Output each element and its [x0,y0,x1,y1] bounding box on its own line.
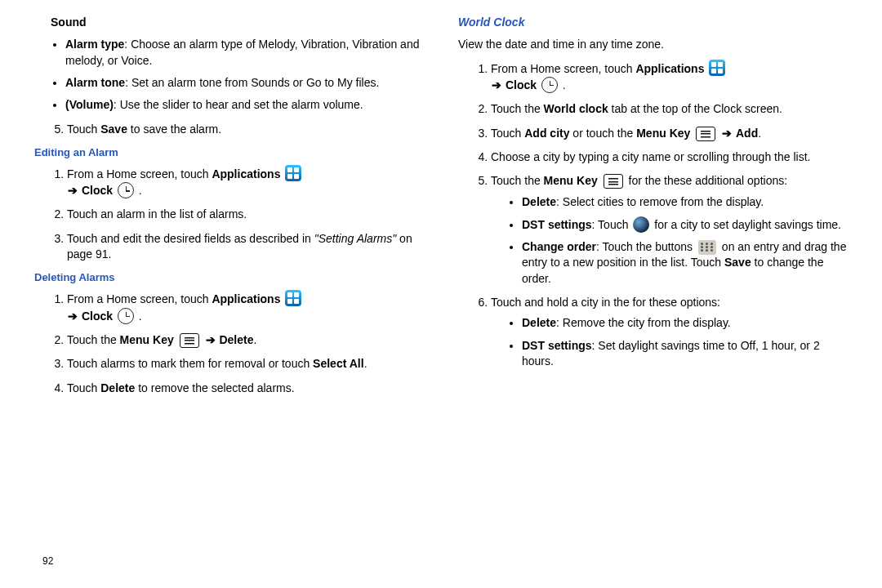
wc5-b: for the these additional options: [629,174,788,187]
del4-b: to remove the selected alarms. [135,381,294,394]
hold-dst-label: DST settings [522,339,592,352]
editing-steps: From a Home screen, touch Applications ➔… [51,165,424,263]
del-step-1: From a Home screen, touch Applications ➔… [67,290,424,324]
wc-step-6: Touch and hold a city in the for these o… [491,295,848,369]
del1-a: From a Home screen, touch [67,292,212,305]
edit-step-1: From a Home screen, touch Applications ➔… [67,165,424,199]
alarm-tone-label: Alarm tone [65,76,125,89]
add-label: Add [736,127,758,140]
del2-a: Touch the [67,333,120,346]
hold-delete-label: Delete [522,316,556,329]
wc5-a: Touch the [491,174,544,187]
world-clock-tab-label: World clock [544,102,608,115]
wc6-options: Delete: Remove the city from the display… [522,315,848,369]
arrow-icon: ➔ [67,183,78,198]
step5-bold: Save [100,122,127,136]
opt-dst: DST settings: Touch for a city to set da… [522,216,848,233]
wc6-text: Touch and hold a city in the for these o… [491,296,720,309]
hold-opt-dst: DST settings: Set daylight savings time … [522,338,848,370]
edit3-italic: "Setting Alarms" [314,232,396,245]
opt-chg-a: : Touch the buttons [596,240,696,253]
globe-icon [633,216,649,233]
world-clock-intro: View the date and time in any time zone. [458,37,848,52]
opt-delete-label: Delete [522,195,556,208]
add-city-label: Add city [524,127,569,140]
del-step-2: Touch the Menu Key ➔ Delete. [67,332,424,348]
wc3-a: Touch [491,127,524,140]
delete-label: Delete [219,333,253,346]
step5-list: Touch Save to save the alarm. [51,122,424,137]
del4-a: Touch [67,381,100,394]
del-apps-label: Applications [212,292,280,305]
wc3-b: or touch the [569,127,636,140]
applications-icon [285,165,301,181]
editing-heading: Editing an Alarm [34,145,424,160]
world-clock-heading: World Clock [458,15,848,30]
select-all-label: Select All [313,357,364,370]
clock-icon [541,77,558,93]
menu-key-icon [696,127,715,141]
wc2-b: tab at the top of the Clock screen. [608,102,782,115]
wc5-menu-key-label: Menu Key [544,174,598,187]
edit-step-3: Touch and edit the desired fields as des… [67,231,424,263]
opt-delete-text: : Select cities to remove from the displ… [556,195,764,208]
wc-clock-label: Clock [506,78,537,91]
wc5-options: Delete: Select cities to remove from the… [522,194,848,287]
menu-key-icon [180,333,199,348]
wc-step-3: Touch Add city or touch the Menu Key ➔ A… [491,126,848,141]
wc2-a: Touch the [491,102,544,115]
wc-step-4: Choose a city by typing a city name or s… [491,149,848,165]
bullet-alarm-type: Alarm type: Choose an alarm type of Melo… [65,37,424,69]
clock-label: Clock [82,184,113,197]
sound-heading: Sound [51,15,424,30]
applications-icon [709,60,725,76]
wc-step-2: Touch the World clock tab at the top of … [491,101,848,117]
opt-change-order: Change order: Touch the buttons on an en… [522,239,848,287]
opt-dst-label: DST settings [522,218,592,231]
step5-a: Touch [67,122,100,136]
right-column: World Clock View the date and time in an… [458,15,848,404]
delete-label-2: Delete [100,381,135,394]
del-step-4: Touch Delete to remove the selected alar… [67,381,424,396]
arrow-icon: ➔ [491,78,502,93]
apps-label: Applications [212,167,280,180]
hold-delete-text: : Remove the city from the display. [556,316,731,329]
arrow-icon: ➔ [67,309,78,324]
arrow-icon: ➔ [205,332,216,348]
opt-dst-a: : Touch [592,218,632,231]
step5-b: to save the alarm. [127,122,221,136]
hold-opt-delete: Delete: Remove the city from the display… [522,315,848,331]
left-column: Sound Alarm type: Choose an alarm type o… [34,15,424,404]
alarm-type-label: Alarm type [65,38,124,51]
world-clock-steps: From a Home screen, touch Applications ➔… [474,60,848,370]
bullet-alarm-tone: Alarm tone: Set an alarm tone from Sound… [65,75,424,91]
opt-save-label: Save [724,256,751,269]
volume-text: : Use the slider to hear and set the ala… [114,98,363,111]
clock-icon [118,182,134,198]
menu-key-label: Menu Key [120,333,174,346]
alarm-tone-text: : Set an alarm tone from Sounds or Go to… [125,76,379,89]
arrow-icon: ➔ [721,126,733,141]
reorder-icon [698,240,716,255]
opt-delete: Delete: Select cities to remove from the… [522,194,848,210]
menu-key-icon [604,174,623,189]
step-save-alarm: Touch Save to save the alarm. [67,122,424,137]
edit-step-2: Touch an alarm in the list of alarms. [67,207,424,222]
edit3-a: Touch and edit the desired fields as des… [67,232,314,245]
del-step-3: Touch alarms to mark them for removal or… [67,356,424,372]
opt-change-order-label: Change order [522,240,596,253]
volume-label: (Volume) [65,98,114,111]
wc1-a: From a Home screen, touch [491,62,635,75]
wc-apps-label: Applications [635,62,704,75]
wc-menu-key-label: Menu Key [636,127,690,140]
opt-dst-b: for a city to set daylight savings time. [651,218,841,231]
del3-a: Touch alarms to mark them for removal or… [67,357,313,370]
edit1-a: From a Home screen, touch [67,167,212,180]
deleting-heading: Deleting Alarms [34,270,424,285]
applications-icon [285,290,301,306]
wc-step-1: From a Home screen, touch Applications ➔… [491,60,848,94]
bullet-volume: (Volume): Use the slider to hear and set… [65,97,424,113]
clock-icon [118,308,134,324]
del-clock-label: Clock [82,310,113,323]
deleting-steps: From a Home screen, touch Applications ➔… [51,290,424,396]
